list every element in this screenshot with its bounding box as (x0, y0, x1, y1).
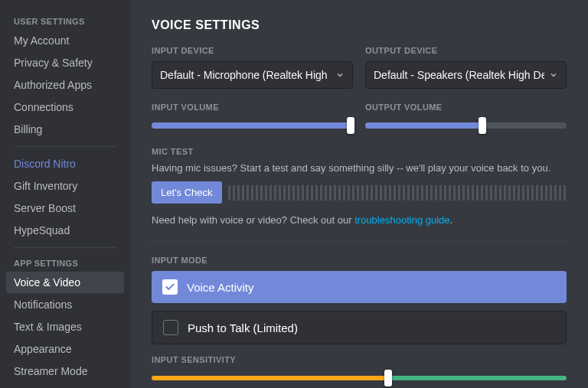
output-volume-slider[interactable] (365, 118, 567, 133)
lets-check-button[interactable]: Let's Check (152, 181, 222, 204)
slider-thumb[interactable] (347, 117, 354, 134)
divider (152, 241, 567, 242)
sidebar-item-discord-nitro[interactable]: Discord Nitro (6, 153, 124, 174)
mic-test-description: Having mic issues? Start a test and say … (152, 162, 567, 174)
mic-level-meter (228, 185, 567, 201)
input-mode-voice-activity[interactable]: Voice Activity (152, 271, 567, 303)
help-text: Need help with voice or video? Check out… (152, 214, 567, 226)
slider-thumb[interactable] (479, 117, 486, 134)
input-volume-slider[interactable] (152, 118, 353, 133)
sidebar-item-server-boost[interactable]: Server Boost (6, 197, 124, 219)
slider-thumb[interactable] (384, 370, 392, 386)
input-device-value: Default - Microphone (Realtek High Defin… (160, 69, 331, 81)
sidebar-item-gift-inventory[interactable]: Gift Inventory (6, 175, 124, 197)
sidebar-item-privacy-safety[interactable]: Privacy & Safety (6, 52, 124, 73)
output-device-value: Default - Speakers (Realtek High Definit… (374, 69, 544, 81)
input-mode-label: INPUT MODE (152, 256, 567, 265)
sidebar: USER SETTINGS My AccountPrivacy & Safety… (0, 0, 130, 388)
sidebar-item-text-images[interactable]: Text & Images (6, 316, 124, 337)
sidebar-header-app-settings: APP SETTINGS (6, 254, 124, 271)
input-device-label: INPUT DEVICE (152, 46, 353, 55)
output-device-label: OUTPUT DEVICE (365, 46, 567, 55)
sidebar-header-user-settings: USER SETTINGS (6, 12, 124, 29)
sidebar-item-authorized-apps[interactable]: Authorized Apps (6, 74, 124, 96)
sidebar-item-appearance[interactable]: Appearance (6, 338, 124, 360)
sidebar-item-notifications[interactable]: Notifications (6, 294, 124, 315)
input-sensitivity-label: INPUT SENSITIVITY (152, 355, 567, 364)
sidebar-item-billing[interactable]: Billing (6, 119, 124, 140)
sidebar-item-hypesquad[interactable]: HypeSquad (6, 220, 124, 241)
troubleshooting-link[interactable]: troubleshooting guide (354, 214, 449, 226)
sidebar-item-my-account[interactable]: My Account (6, 30, 124, 51)
sidebar-separator (14, 247, 116, 248)
sidebar-separator (14, 146, 116, 147)
chevron-down-icon (335, 70, 345, 80)
checkbox-checked-icon (162, 279, 178, 295)
mode-label: Push to Talk (Limited) (188, 321, 298, 334)
sidebar-item-voice-video[interactable]: Voice & Video (6, 272, 124, 293)
output-volume-label: OUTPUT VOLUME (365, 103, 567, 112)
checkbox-unchecked-icon (163, 320, 178, 335)
chevron-down-icon (549, 70, 558, 80)
sidebar-item-connections[interactable]: Connections (6, 96, 124, 118)
sidebar-item-language[interactable]: Language (6, 383, 124, 388)
input-device-select[interactable]: Default - Microphone (Realtek High Defin… (152, 61, 353, 89)
input-sensitivity-slider[interactable] (152, 370, 567, 386)
output-device-select[interactable]: Default - Speakers (Realtek High Definit… (365, 61, 567, 89)
input-volume-label: INPUT VOLUME (152, 103, 353, 112)
mic-test-label: MIC TEST (152, 147, 567, 156)
page-title: VOICE SETTINGS (152, 18, 567, 32)
mode-label: Voice Activity (187, 281, 254, 294)
sidebar-item-streamer-mode[interactable]: Streamer Mode (6, 360, 124, 382)
main-content: VOICE SETTINGS INPUT DEVICE Default - Mi… (130, 0, 588, 388)
input-mode-push-to-talk[interactable]: Push to Talk (Limited) (152, 311, 567, 344)
